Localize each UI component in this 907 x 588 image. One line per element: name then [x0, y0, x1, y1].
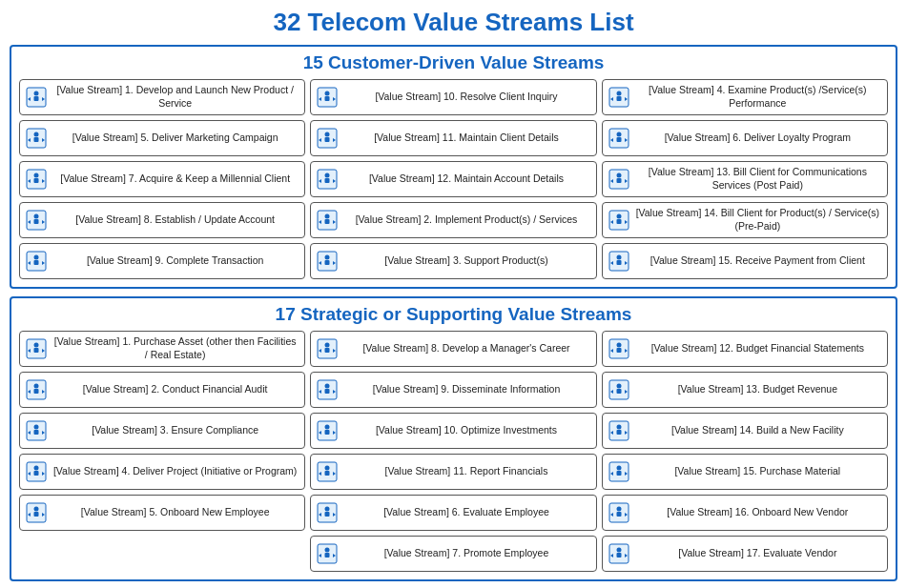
- svg-point-91: [34, 425, 39, 430]
- vs-item: [Value Stream] 13. Bill Client for Commu…: [602, 161, 888, 197]
- vs-item: [Value Stream] 6. Evaluate Employee: [310, 495, 596, 531]
- vs-icon: [608, 87, 629, 108]
- vs-item: [Value Stream] 11. Report Financials: [310, 454, 596, 490]
- vs-icon: [26, 338, 47, 359]
- svg-point-66: [616, 173, 621, 178]
- vs-label: [Value Stream] 11. Maintain Client Detai…: [342, 132, 589, 145]
- vs-label: [Value Stream] 17. Evaluate Vendor: [634, 547, 881, 560]
- vs-label: [Value Stream] 13. Bill Client for Commu…: [634, 166, 881, 192]
- svg-rect-112: [325, 389, 330, 394]
- vs-label: [Value Stream] 14. Build a New Facility: [634, 424, 881, 437]
- vs-item: [Value Stream] 15. Purchase Material: [602, 454, 888, 490]
- svg-rect-152: [616, 471, 621, 476]
- svg-point-11: [34, 132, 39, 137]
- svg-rect-77: [616, 260, 621, 265]
- vs-icon: [608, 169, 629, 190]
- svg-rect-67: [616, 178, 621, 183]
- svg-point-41: [325, 173, 330, 178]
- svg-rect-92: [34, 430, 39, 435]
- svg-point-161: [616, 548, 621, 553]
- vs-icon: [317, 128, 338, 149]
- vs-label: [Value Stream] 9. Disseminate Informatio…: [342, 383, 589, 396]
- svg-rect-107: [325, 348, 330, 353]
- svg-rect-142: [616, 389, 621, 394]
- vs-icon: [608, 543, 629, 564]
- svg-point-121: [325, 466, 330, 471]
- svg-point-131: [325, 548, 330, 553]
- svg-rect-37: [325, 137, 330, 142]
- vs-label: [Value Stream] 4. Examine Product(s) /Se…: [634, 84, 881, 110]
- vs-item: [Value Stream] 4. Deliver Project (Initi…: [19, 454, 305, 490]
- vs-item: [Value Stream] 5. Onboard New Employee: [19, 495, 305, 531]
- strategic-col-3: [Value Stream] 12. Budget Financial Stat…: [602, 331, 888, 572]
- vs-item: [Value Stream] 3. Support Product(s): [310, 243, 596, 279]
- svg-point-96: [34, 466, 39, 471]
- vs-icon: [26, 251, 47, 272]
- vs-item: [Value Stream] 8. Establish / Update Acc…: [19, 202, 305, 238]
- svg-rect-12: [34, 137, 39, 142]
- customer-section-title: 15 Customer-Driven Value Streams: [19, 52, 888, 73]
- vs-label: [Value Stream] 6. Deliver Loyalty Progra…: [634, 132, 881, 145]
- vs-icon: [317, 210, 338, 231]
- svg-rect-97: [34, 471, 39, 476]
- vs-item: [Value Stream] 12. Maintain Account Deta…: [310, 161, 596, 197]
- strategic-col-1: [Value Stream] 1. Purchase Asset (other …: [19, 331, 305, 572]
- svg-rect-27: [34, 260, 39, 265]
- svg-rect-127: [325, 512, 330, 517]
- vs-icon: [317, 420, 338, 441]
- svg-point-136: [616, 343, 621, 348]
- customer-col-2: [Value Stream] 10. Resolve Client Inquir…: [310, 79, 596, 279]
- svg-point-56: [616, 91, 621, 96]
- vs-label: [Value Stream] 5. Deliver Marketing Camp…: [52, 132, 299, 145]
- svg-point-46: [325, 214, 330, 219]
- vs-label: [Value Stream] 13. Budget Revenue: [634, 383, 881, 396]
- vs-icon: [26, 420, 47, 441]
- svg-point-71: [616, 214, 621, 219]
- svg-point-141: [616, 384, 621, 389]
- vs-item: [Value Stream] 3. Ensure Compliance: [19, 413, 305, 449]
- svg-point-21: [34, 214, 39, 219]
- svg-rect-52: [325, 260, 330, 265]
- vs-item: [Value Stream] 9. Complete Transaction: [19, 243, 305, 279]
- svg-rect-132: [325, 553, 330, 558]
- vs-icon: [608, 251, 629, 272]
- vs-label: [Value Stream] 7. Acquire & Keep a Mille…: [52, 172, 299, 186]
- vs-icon: [26, 87, 47, 108]
- vs-item: [Value Stream] 16. Onboard New Vendor: [602, 495, 888, 531]
- svg-point-101: [34, 507, 39, 512]
- vs-item: [Value Stream] 14. Bill Client for Produ…: [602, 202, 888, 238]
- vs-label: [Value Stream] 8. Establish / Update Acc…: [52, 213, 299, 227]
- vs-icon: [608, 379, 629, 400]
- vs-label: [Value Stream] 16. Onboard New Vendor: [634, 506, 881, 519]
- vs-icon: [26, 461, 47, 482]
- vs-icon: [317, 251, 338, 272]
- page-title: 32 Telecom Value Streams List: [10, 8, 897, 37]
- vs-icon: [608, 338, 629, 359]
- vs-item: [Value Stream] 2. Conduct Financial Audi…: [19, 372, 305, 408]
- vs-label: [Value Stream] 3. Ensure Compliance: [52, 424, 299, 437]
- customer-col-3: [Value Stream] 4. Examine Product(s) /Se…: [602, 79, 888, 279]
- svg-rect-72: [616, 219, 621, 224]
- vs-icon: [317, 169, 338, 190]
- customer-grid: [Value Stream] 1. Develop and Launch New…: [19, 79, 888, 279]
- vs-label: [Value Stream] 10. Resolve Client Inquir…: [342, 91, 589, 104]
- svg-point-151: [616, 466, 621, 471]
- svg-point-76: [616, 255, 621, 260]
- svg-rect-22: [34, 219, 39, 224]
- vs-icon: [317, 543, 338, 564]
- vs-label: [Value Stream] 10. Optimize Investments: [342, 424, 589, 437]
- vs-label: [Value Stream] 2. Implement Product(s) /…: [342, 213, 589, 227]
- vs-label: [Value Stream] 15. Receive Payment from …: [634, 254, 881, 268]
- svg-rect-102: [34, 512, 39, 517]
- svg-rect-62: [616, 137, 621, 142]
- vs-label: [Value Stream] 6. Evaluate Employee: [342, 506, 589, 519]
- svg-rect-87: [34, 389, 39, 394]
- vs-item: [Value Stream] 10. Optimize Investments: [310, 413, 596, 449]
- vs-item: [Value Stream] 7. Promote Employee: [310, 536, 596, 572]
- svg-point-26: [34, 255, 39, 260]
- customer-section: 15 Customer-Driven Value Streams [Value …: [10, 45, 897, 289]
- vs-label: [Value Stream] 8. Develop a Manager's Ca…: [342, 342, 589, 355]
- svg-rect-32: [325, 96, 330, 101]
- vs-icon: [608, 502, 629, 523]
- vs-icon: [317, 338, 338, 359]
